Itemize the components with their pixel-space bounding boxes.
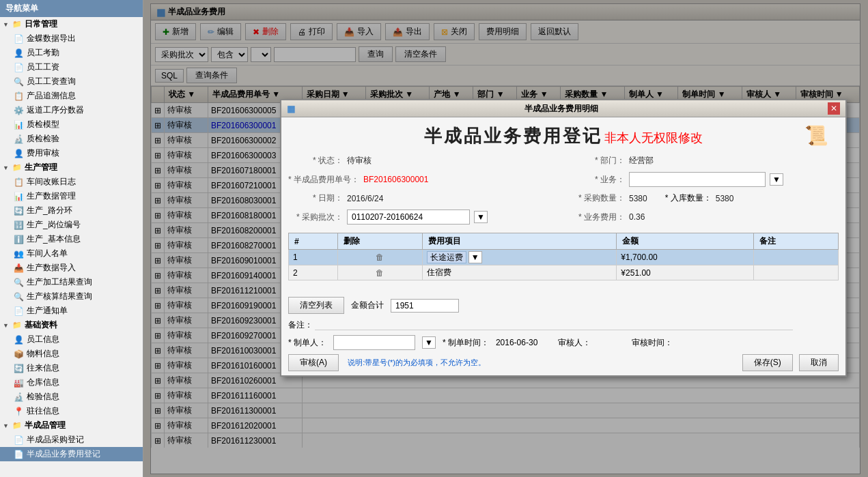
sidebar-item-workshop-people[interactable]: 👥车间人名单: [0, 246, 143, 261]
sidebar: 导航菜单 ▼ 📁 日常管理 📄金蝶数据导出 👤员工考勤 📄员工工资 🔍员工工资查…: [0, 0, 143, 477]
gear-icon: ⚙️: [14, 106, 24, 115]
business-dropdown[interactable]: ▼: [770, 173, 783, 186]
sidebar-group-production[interactable]: ▼ 📁 生产管理: [0, 160, 143, 175]
form-fields: * 状态： 待审核 * 部门： 经营部 * 半成品费用单号： BF2016063…: [288, 155, 839, 227]
doc-icon3: 📄: [14, 435, 24, 445]
list-icon: 📋: [14, 91, 24, 101]
sidebar-item-prod-base[interactable]: ℹ️生产_基本信息: [0, 232, 143, 246]
sidebar-group-semifinished[interactable]: ▼ 📁 半成品管理: [0, 418, 143, 433]
expand-icon3: ▼: [3, 322, 10, 329]
form-header: 半成品业务费用登记 非本人无权限修改 📜: [288, 124, 839, 148]
person-icon: 👤: [14, 48, 24, 58]
modal-close-button[interactable]: ✕: [828, 102, 840, 115]
batch-input[interactable]: [347, 209, 470, 225]
col-delete: 删除: [337, 233, 422, 250]
sidebar-group-daily-label: 日常管理: [25, 18, 57, 30]
scroll-decoration: 📜: [804, 124, 828, 147]
sidebar-item-employee[interactable]: 👤员工信息: [0, 332, 143, 347]
business-field: * 业务： ▼: [570, 172, 839, 187]
number-icon: 🔢: [14, 220, 24, 230]
modal-title-bar: ▦ 半成品业务费用明细 ✕: [281, 100, 845, 117]
detail-row-1[interactable]: 1 🗑 长途运费 ▼ ¥1,700.00: [289, 250, 839, 265]
total-label: 金额合计: [351, 300, 384, 311]
sidebar-item-attendance[interactable]: 👤员工考勤: [0, 46, 143, 60]
feeno-field: * 半成品费用单号： BF201606300001: [288, 172, 557, 187]
sidebar-item-workshop-log[interactable]: 📋车间改账日志: [0, 175, 143, 189]
row1-item[interactable]: 长途运费 ▼: [422, 250, 617, 265]
sidebar-item-prod-notice[interactable]: 📄生产通知单: [0, 304, 143, 318]
sidebar-item-warehouse[interactable]: 🏭仓库信息: [0, 375, 143, 390]
total-input[interactable]: [391, 299, 459, 313]
save-cancel-section: 保存(S) 取消: [742, 354, 839, 371]
business-input[interactable]: [629, 172, 766, 187]
sidebar-item-product-trace[interactable]: 📋产品追溯信息: [0, 89, 143, 103]
expand-icon2: ▼: [3, 164, 10, 171]
dept-field: * 部门： 经营部: [570, 155, 839, 167]
expand-icon: ▼: [3, 21, 10, 28]
sidebar-item-prod-result-query[interactable]: 🔍生产加工结果查询: [0, 275, 143, 289]
purchase-qty-value: 5380: [629, 194, 647, 203]
maker-input[interactable]: [333, 335, 415, 350]
sidebar-item-jindie[interactable]: 📄金蝶数据导出: [0, 31, 143, 46]
clear-list-button[interactable]: 清空列表: [288, 297, 344, 314]
row1-item-dropdown[interactable]: ▼: [468, 251, 482, 263]
footer-row: * 制单人： ▼ * 制单时间： 2016-06-30 审核人： 审核时间：: [288, 335, 839, 350]
person-icon2: 👤: [14, 149, 24, 158]
sidebar-item-prod-post[interactable]: 🔢生产_岗位编号: [0, 218, 143, 232]
save-button[interactable]: 保存(S): [742, 354, 793, 371]
sidebar-item-prod-route[interactable]: 🔄生产_路分环: [0, 203, 143, 218]
row1-remark: [754, 250, 839, 265]
route-icon: 🔄: [14, 206, 24, 216]
date-label: * 日期：: [288, 192, 343, 204]
row1-item-text: 长途运费: [427, 251, 466, 263]
folder-icon: 📁: [12, 20, 22, 29]
delete-row1-icon[interactable]: 🗑: [376, 252, 384, 262]
search-icon2: 🔍: [14, 278, 24, 287]
hint-text: 说明:带星号(*)的为必填项，不允许为空。: [348, 358, 486, 366]
sidebar-group-semifinished-label: 半成品管理: [25, 420, 66, 431]
expand-icon4: ▼: [3, 422, 10, 429]
list-icon2: 📋: [14, 177, 24, 187]
folder-icon2: 📁: [12, 163, 22, 172]
make-time-value: 2016-06-30: [496, 338, 537, 347]
sidebar-item-salary-query[interactable]: 🔍员工工资查询: [0, 74, 143, 89]
sidebar-item-salary[interactable]: 📄员工工资: [0, 60, 143, 74]
sidebar-item-quality-model[interactable]: 📊质检模型: [0, 117, 143, 132]
remark-input[interactable]: [315, 320, 793, 330]
form-warning-text: 非本人无权限修改: [604, 131, 703, 145]
row2-item[interactable]: 住宿费: [422, 265, 617, 280]
row1-delete[interactable]: 🗑: [337, 250, 422, 265]
import-icon: 📥: [14, 263, 24, 273]
cancel-button[interactable]: 取消: [799, 354, 839, 371]
maker-dropdown[interactable]: ▼: [422, 336, 436, 349]
date-field: * 日期： 2016/6/24: [288, 192, 557, 204]
sidebar-item-prod-data[interactable]: 📊生产数据管理: [0, 189, 143, 203]
row2-delete[interactable]: 🗑: [337, 265, 422, 280]
sidebar-item-quality-check[interactable]: 🔬质检检验: [0, 132, 143, 146]
row2-no: 2: [289, 265, 338, 280]
review-time-label: 审核时间：: [632, 337, 673, 349]
remark-section: 备注：: [288, 319, 839, 331]
sidebar-group-base-label: 基础资料: [25, 319, 57, 331]
chart-icon2: 📊: [14, 192, 24, 201]
delete-row2-icon[interactable]: 🗑: [376, 268, 384, 278]
sidebar-group-daily[interactable]: ▼ 📁 日常管理: [0, 17, 143, 31]
sidebar-item-residence[interactable]: 📍驻往信息: [0, 404, 143, 418]
fee-value: 0.36: [629, 212, 645, 222]
sidebar-item-prod-import[interactable]: 📥生产数据导入: [0, 261, 143, 275]
sidebar-item-fee-audit[interactable]: 👤费用审核: [0, 146, 143, 160]
doc-icon: 📄: [14, 34, 24, 44]
sidebar-item-semi-fee[interactable]: 📄半成品业务费用登记: [0, 447, 143, 461]
sidebar-item-material[interactable]: 📦物料信息: [0, 347, 143, 361]
sidebar-item-semi-purchase[interactable]: 📄半成品采购登记: [0, 433, 143, 447]
batch-field: * 采购批次： ▼: [288, 209, 557, 225]
batch-dropdown[interactable]: ▼: [474, 211, 488, 223]
audit-button[interactable]: 审核(A): [288, 354, 339, 371]
sidebar-item-contact[interactable]: 🔄往来信息: [0, 361, 143, 375]
sidebar-group-base[interactable]: ▼ 📁 基础资料: [0, 318, 143, 332]
detail-row-2[interactable]: 2 🗑 住宿费 ¥251.00: [289, 265, 839, 280]
exchange-icon: 🔄: [14, 364, 24, 373]
sidebar-item-inspection[interactable]: 🔬检验信息: [0, 390, 143, 404]
sidebar-item-process[interactable]: ⚙️返道工序分数器: [0, 103, 143, 117]
sidebar-item-prod-cost-query[interactable]: 🔍生产核算结果查询: [0, 289, 143, 304]
